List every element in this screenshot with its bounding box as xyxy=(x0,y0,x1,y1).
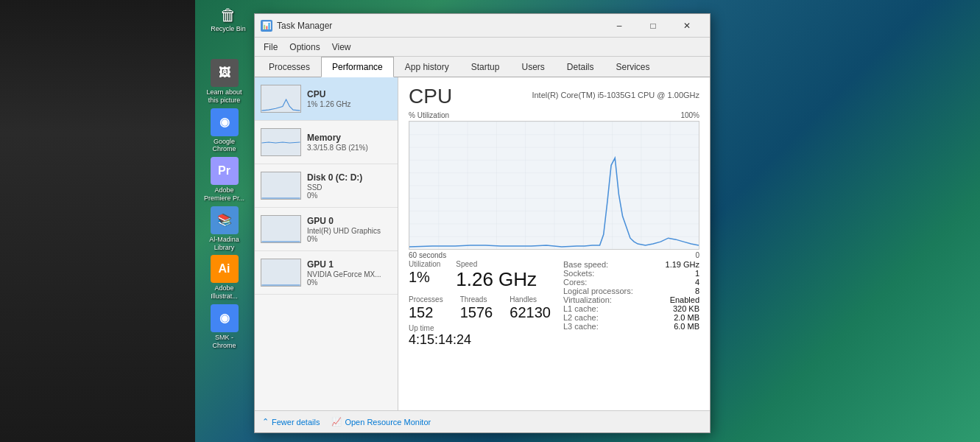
adobe-illustrator-icon: Ai xyxy=(211,255,239,283)
tab-services[interactable]: Services xyxy=(605,57,661,77)
tabs-bar: Processes Performance App history Startu… xyxy=(255,57,710,77)
learn-about-icon: 🖼 xyxy=(211,59,239,87)
threads-label: Threads xyxy=(460,295,498,304)
gpu1-val: 0% xyxy=(307,278,392,287)
open-resource-monitor-button[interactable]: 📈 Open Resource Monitor xyxy=(331,417,431,427)
sidebar-item-gpu0[interactable]: GPU 0 Intel(R) UHD Graphics 0% xyxy=(255,208,398,251)
sidebar-item-disk[interactable]: Disk 0 (C: D:) SSD 0% xyxy=(255,164,398,208)
disk-info: Disk 0 (C: D:) SSD 0% xyxy=(307,172,392,200)
stat-l3cache: L3 cache: 6.0 MB xyxy=(563,322,699,331)
chart-label-row: % Utilization 100% xyxy=(409,111,699,119)
cpu-info: CPU 1% 1.26 GHz xyxy=(307,89,392,108)
tab-apphistory[interactable]: App history xyxy=(394,57,460,77)
close-button[interactable]: ✕ xyxy=(670,14,704,38)
sidebar-item-cpu[interactable]: CPU 1% 1.26 GHz xyxy=(255,77,398,121)
tab-details[interactable]: Details xyxy=(556,57,605,77)
stat-logical: Logical processors: 8 xyxy=(563,287,699,295)
ai-madina-icon: 📚 xyxy=(211,206,239,234)
processes-block: Processes 152 xyxy=(409,295,448,321)
gpu1-mini-graph xyxy=(261,259,301,287)
uptime-block: Up time 4:15:14:24 xyxy=(409,324,556,348)
tab-processes[interactable]: Processes xyxy=(258,57,321,77)
desktop-icon-adobe-premiere[interactable]: Pr AdobePremiere Pr... xyxy=(200,157,248,203)
tab-users[interactable]: Users xyxy=(510,57,555,77)
minimize-button[interactable]: – xyxy=(602,14,636,38)
disk-name: Disk 0 (C: D:) xyxy=(307,172,392,183)
disk-sub: SSD xyxy=(307,183,392,192)
desktop-icons-area: 🖼 Learn aboutthis picture ◉ GoogleChrome… xyxy=(200,59,248,350)
memory-name: Memory xyxy=(307,133,392,143)
bottom-stats-area: Utilization 1% Speed 1.26 GHz Processes … xyxy=(409,260,699,348)
window-controls: – □ ✕ xyxy=(602,14,704,38)
svg-rect-3 xyxy=(261,216,300,242)
smk-chrome-label: SMK -Chrome xyxy=(212,334,236,350)
memory-mini-graph xyxy=(261,128,301,156)
stats-row2: Processes 152 Threads 1576 Handles 62130 xyxy=(409,295,556,321)
sidebar-item-gpu1[interactable]: GPU 1 NVIDIA GeForce MX... 0% xyxy=(255,251,398,295)
gpu0-name: GPU 0 xyxy=(307,216,392,226)
tab-startup[interactable]: Startup xyxy=(460,57,511,77)
util-label: Utilization xyxy=(409,260,444,268)
menu-view[interactable]: View xyxy=(326,40,357,55)
svg-rect-0 xyxy=(261,85,300,112)
uptime-value: 4:15:14:24 xyxy=(409,332,556,348)
speed-block: Speed 1.26 GHz xyxy=(456,260,540,291)
maximize-button[interactable]: □ xyxy=(636,14,670,38)
chart-time-left: 60 seconds xyxy=(409,251,446,259)
gpu0-val: 0% xyxy=(307,235,392,243)
threads-block: Threads 1576 xyxy=(460,295,498,321)
speed-label: Speed xyxy=(456,260,540,268)
chart-time-row: 60 seconds 0 xyxy=(409,251,699,259)
handles-value: 62130 xyxy=(510,304,556,321)
memory-sub: 3.3/15.8 GB (21%) xyxy=(307,144,392,152)
left-stats: Utilization 1% Speed 1.26 GHz Processes … xyxy=(409,260,556,348)
gpu1-name: GPU 1 xyxy=(307,259,392,270)
google-chrome-label: GoogleChrome xyxy=(212,138,236,154)
title-bar: 📊 Task Manager – □ ✕ xyxy=(255,14,710,38)
desktop-icon-learn-about[interactable]: 🖼 Learn aboutthis picture xyxy=(200,59,248,105)
util-value: 1% xyxy=(409,268,444,286)
recycle-bin-icon[interactable]: 🗑 Recycle Bin xyxy=(206,6,250,32)
processes-value: 152 xyxy=(409,304,448,321)
disk-val: 0% xyxy=(307,192,392,200)
fewer-details-button[interactable]: ⌃ Fewer details xyxy=(262,417,320,427)
learn-about-label: Learn aboutthis picture xyxy=(206,88,242,105)
cpu-mini-graph xyxy=(261,85,301,113)
resource-monitor-icon: 📈 xyxy=(331,417,342,427)
task-manager-window: 📊 Task Manager – □ ✕ File Options View P… xyxy=(254,13,711,433)
utilization-block: Utilization 1% xyxy=(409,260,444,291)
gpu0-mini-graph xyxy=(261,215,301,243)
handles-label: Handles xyxy=(510,295,556,304)
stats-row1: Utilization 1% Speed 1.26 GHz xyxy=(409,260,556,291)
stat-cores: Cores: 4 xyxy=(563,278,699,287)
desktop-icon-smk-chrome[interactable]: ◉ SMK -Chrome xyxy=(200,304,248,350)
threads-value: 1576 xyxy=(460,304,498,321)
utilization-label: % Utilization xyxy=(409,111,449,119)
svg-rect-2 xyxy=(261,172,300,199)
processes-label: Processes xyxy=(409,295,448,304)
desktop-icon-adobe-illustrator[interactable]: Ai AdobeIllustrat... xyxy=(200,255,248,301)
disk-mini-graph xyxy=(261,172,301,200)
title-bar-text: Task Manager xyxy=(277,21,602,31)
menu-options[interactable]: Options xyxy=(283,40,325,55)
cpu-sub: 1% 1.26 GHz xyxy=(307,100,392,108)
stat-l1cache: L1 cache: 320 KB xyxy=(563,304,699,313)
uptime-label: Up time xyxy=(409,324,556,332)
gpu0-sub: Intel(R) UHD Graphics xyxy=(307,227,392,235)
stat-l2cache: L2 cache: 2.0 MB xyxy=(563,313,699,322)
right-info-stats: Base speed: 1.19 GHz Sockets: 1 Cores: 4… xyxy=(563,260,699,348)
gpu0-info: GPU 0 Intel(R) UHD Graphics 0% xyxy=(307,216,392,243)
tab-performance[interactable]: Performance xyxy=(321,57,394,77)
sidebar-item-memory[interactable]: Memory 3.3/15.8 GB (21%) xyxy=(255,121,398,164)
desktop-icon-ai-madina[interactable]: 📚 Al-MadinaLibrary xyxy=(200,206,248,252)
desktop-icon-google-chrome[interactable]: ◉ GoogleChrome xyxy=(200,108,248,154)
handles-block: Handles 62130 xyxy=(510,295,556,321)
svg-rect-4 xyxy=(261,259,300,286)
cpu-detail-panel: CPU Intel(R) Core(TM) i5-1035G1 CPU @ 1.… xyxy=(398,77,710,410)
footer: ⌃ Fewer details 📈 Open Resource Monitor xyxy=(255,410,710,432)
cpu-chart-container: % Utilization 100% xyxy=(409,111,699,251)
adobe-premiere-icon: Pr xyxy=(211,157,239,185)
cpu-name: CPU xyxy=(307,89,392,99)
menu-file[interactable]: File xyxy=(258,40,283,55)
chart-time-right: 0 xyxy=(695,251,699,259)
